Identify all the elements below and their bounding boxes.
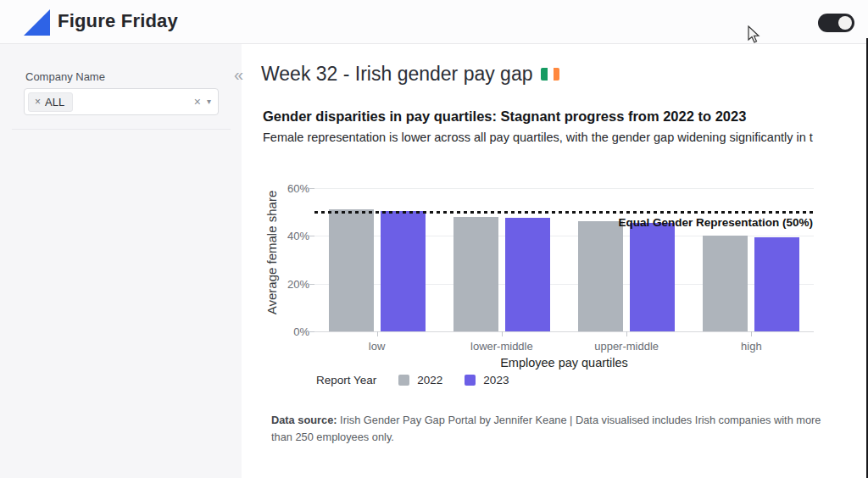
legend-item-2023[interactable]: 2023 bbox=[465, 374, 509, 386]
legend-title: Report Year bbox=[316, 374, 376, 386]
selected-company-tag-label: ALL bbox=[45, 96, 64, 108]
page-title: Week 32 - Irish gender pay gap bbox=[261, 63, 559, 86]
chevron-down-icon[interactable]: ▾ bbox=[207, 97, 211, 106]
flag-stripe-white bbox=[548, 68, 554, 81]
company-filter-label: Company Name bbox=[25, 70, 105, 83]
dropdown-clear-icon[interactable]: × bbox=[194, 96, 201, 108]
sidebar-collapse-button[interactable]: « bbox=[234, 65, 243, 85]
x-axis-title: Employee pay quartiles bbox=[314, 356, 814, 370]
equal-representation-label: Equal Gender Representation (50%) bbox=[618, 216, 813, 229]
theme-toggle[interactable] bbox=[818, 14, 854, 32]
sidebar-divider bbox=[12, 129, 231, 130]
x-tick-mark bbox=[626, 331, 627, 336]
x-tick-mark bbox=[751, 331, 752, 336]
company-name-dropdown[interactable]: × ALL × ▾ bbox=[24, 88, 219, 115]
page-title-text: Week 32 - Irish gender pay gap bbox=[261, 63, 532, 86]
equal-representation-line bbox=[314, 211, 814, 214]
y-tick-label: 20% bbox=[287, 277, 309, 290]
app-header: Figure Friday bbox=[0, 0, 868, 44]
data-source-text: Irish Gender Pay Gap Portal by Jennifer … bbox=[271, 414, 821, 443]
chart-legend: Report Year 20222023 bbox=[316, 374, 531, 386]
bar-2023-upper-middle[interactable] bbox=[630, 223, 675, 331]
y-axis-title: Average female share bbox=[264, 174, 283, 331]
y-tick-mark bbox=[309, 188, 314, 189]
ireland-flag-icon bbox=[541, 68, 559, 81]
legend-swatch-2022 bbox=[398, 375, 409, 386]
y-tick-label: 60% bbox=[287, 181, 309, 194]
bar-2022-upper-middle[interactable] bbox=[578, 221, 623, 331]
y-tick-label: 40% bbox=[287, 230, 309, 242]
tag-remove-icon[interactable]: × bbox=[35, 96, 41, 108]
y-tick-label: 0% bbox=[293, 325, 309, 338]
bar-chart: Average female share Employee pay quarti… bbox=[263, 174, 856, 403]
legend-label-2023: 2023 bbox=[483, 374, 509, 386]
bar-2022-lower-middle[interactable] bbox=[453, 217, 498, 331]
x-tick-label: low bbox=[369, 340, 386, 353]
theme-toggle-knob bbox=[838, 16, 852, 30]
data-source-label: Data source: bbox=[271, 414, 337, 426]
x-tick-mark bbox=[502, 331, 503, 336]
bar-2023-high[interactable] bbox=[754, 237, 799, 331]
plot-area: Average female share Employee pay quarti… bbox=[314, 174, 814, 331]
sidebar: Company Name × ALL × ▾ bbox=[0, 44, 242, 478]
app-logo-icon bbox=[24, 9, 50, 36]
bar-2023-lower-middle[interactable] bbox=[505, 218, 550, 331]
x-tick-label: lower-middle bbox=[470, 340, 533, 353]
flag-stripe-orange bbox=[554, 68, 559, 81]
bar-2022-high[interactable] bbox=[703, 236, 748, 331]
y-tick-mark bbox=[309, 331, 314, 332]
gridline bbox=[314, 188, 814, 189]
legend-swatch-2023 bbox=[465, 375, 476, 386]
app-title: Figure Friday bbox=[58, 10, 178, 32]
bar-2022-low[interactable] bbox=[329, 209, 374, 331]
legend-label-2022: 2022 bbox=[417, 374, 442, 386]
chart-title: Gender disparities in pay quartiles: Sta… bbox=[263, 108, 746, 125]
x-tick-label: upper-middle bbox=[594, 340, 659, 353]
flag-stripe-green bbox=[541, 68, 547, 81]
y-tick-mark bbox=[309, 284, 314, 285]
bar-2023-low[interactable] bbox=[381, 211, 426, 331]
y-tick-mark bbox=[309, 236, 314, 236]
x-tick-label: high bbox=[741, 340, 762, 353]
legend-item-2022[interactable]: 2022 bbox=[398, 374, 442, 386]
chart-subtitle: Female representation is lower across al… bbox=[263, 131, 868, 144]
selected-company-tag[interactable]: × ALL bbox=[28, 92, 73, 112]
data-source-note: Data source: Irish Gender Pay Gap Portal… bbox=[271, 412, 827, 447]
x-axis-line bbox=[314, 331, 814, 332]
x-tick-mark bbox=[377, 331, 378, 336]
